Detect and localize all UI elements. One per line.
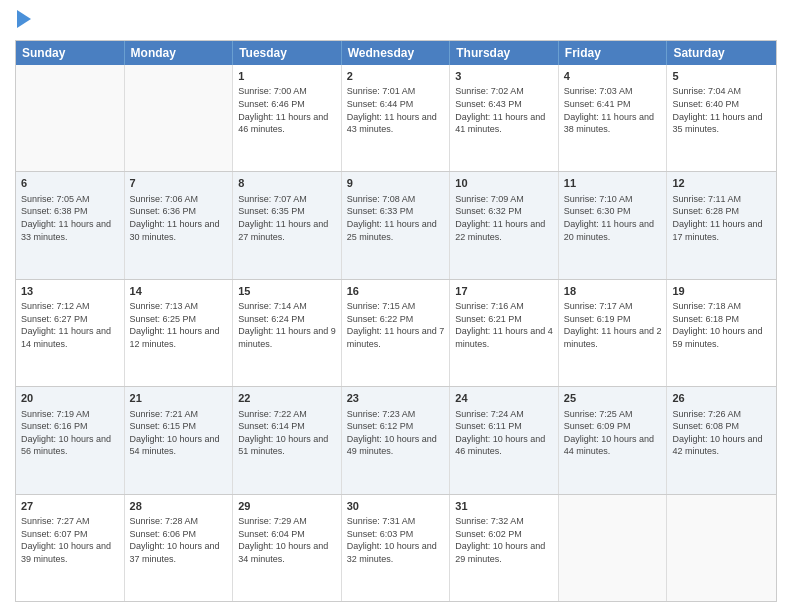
calendar-cell: 31Sunrise: 7:32 AM Sunset: 6:02 PM Dayli… [450, 495, 559, 601]
calendar-cell: 25Sunrise: 7:25 AM Sunset: 6:09 PM Dayli… [559, 387, 668, 493]
day-number: 9 [347, 176, 445, 191]
calendar-cell: 20Sunrise: 7:19 AM Sunset: 6:16 PM Dayli… [16, 387, 125, 493]
day-number: 23 [347, 391, 445, 406]
day-number: 25 [564, 391, 662, 406]
calendar-cell: 10Sunrise: 7:09 AM Sunset: 6:32 PM Dayli… [450, 172, 559, 278]
day-of-week-header: Sunday [16, 41, 125, 65]
cell-detail: Sunrise: 7:02 AM Sunset: 6:43 PM Dayligh… [455, 85, 553, 135]
day-number: 4 [564, 69, 662, 84]
day-number: 6 [21, 176, 119, 191]
day-number: 26 [672, 391, 771, 406]
cell-detail: Sunrise: 7:19 AM Sunset: 6:16 PM Dayligh… [21, 408, 119, 458]
logo-arrow-icon [17, 10, 31, 28]
day-number: 30 [347, 499, 445, 514]
day-number: 21 [130, 391, 228, 406]
day-number: 28 [130, 499, 228, 514]
calendar-cell: 14Sunrise: 7:13 AM Sunset: 6:25 PM Dayli… [125, 280, 234, 386]
calendar-cell: 29Sunrise: 7:29 AM Sunset: 6:04 PM Dayli… [233, 495, 342, 601]
calendar-cell: 21Sunrise: 7:21 AM Sunset: 6:15 PM Dayli… [125, 387, 234, 493]
cell-detail: Sunrise: 7:15 AM Sunset: 6:22 PM Dayligh… [347, 300, 445, 350]
day-number: 2 [347, 69, 445, 84]
day-number: 12 [672, 176, 771, 191]
day-of-week-header: Saturday [667, 41, 776, 65]
cell-detail: Sunrise: 7:04 AM Sunset: 6:40 PM Dayligh… [672, 85, 771, 135]
calendar-cell: 30Sunrise: 7:31 AM Sunset: 6:03 PM Dayli… [342, 495, 451, 601]
day-number: 22 [238, 391, 336, 406]
calendar-cell [667, 495, 776, 601]
cell-detail: Sunrise: 7:08 AM Sunset: 6:33 PM Dayligh… [347, 193, 445, 243]
calendar-header: SundayMondayTuesdayWednesdayThursdayFrid… [16, 41, 776, 65]
day-of-week-header: Monday [125, 41, 234, 65]
day-number: 10 [455, 176, 553, 191]
day-number: 31 [455, 499, 553, 514]
cell-detail: Sunrise: 7:29 AM Sunset: 6:04 PM Dayligh… [238, 515, 336, 565]
logo-text [15, 10, 31, 32]
day-number: 17 [455, 284, 553, 299]
calendar-cell: 23Sunrise: 7:23 AM Sunset: 6:12 PM Dayli… [342, 387, 451, 493]
day-number: 16 [347, 284, 445, 299]
cell-detail: Sunrise: 7:25 AM Sunset: 6:09 PM Dayligh… [564, 408, 662, 458]
day-number: 1 [238, 69, 336, 84]
cell-detail: Sunrise: 7:10 AM Sunset: 6:30 PM Dayligh… [564, 193, 662, 243]
calendar-cell: 19Sunrise: 7:18 AM Sunset: 6:18 PM Dayli… [667, 280, 776, 386]
cell-detail: Sunrise: 7:21 AM Sunset: 6:15 PM Dayligh… [130, 408, 228, 458]
calendar-cell: 16Sunrise: 7:15 AM Sunset: 6:22 PM Dayli… [342, 280, 451, 386]
calendar-cell [16, 65, 125, 171]
cell-detail: Sunrise: 7:07 AM Sunset: 6:35 PM Dayligh… [238, 193, 336, 243]
day-number: 3 [455, 69, 553, 84]
cell-detail: Sunrise: 7:11 AM Sunset: 6:28 PM Dayligh… [672, 193, 771, 243]
cell-detail: Sunrise: 7:17 AM Sunset: 6:19 PM Dayligh… [564, 300, 662, 350]
calendar-cell: 6Sunrise: 7:05 AM Sunset: 6:38 PM Daylig… [16, 172, 125, 278]
cell-detail: Sunrise: 7:16 AM Sunset: 6:21 PM Dayligh… [455, 300, 553, 350]
calendar-cell: 28Sunrise: 7:28 AM Sunset: 6:06 PM Dayli… [125, 495, 234, 601]
cell-detail: Sunrise: 7:13 AM Sunset: 6:25 PM Dayligh… [130, 300, 228, 350]
cell-detail: Sunrise: 7:31 AM Sunset: 6:03 PM Dayligh… [347, 515, 445, 565]
calendar-cell: 3Sunrise: 7:02 AM Sunset: 6:43 PM Daylig… [450, 65, 559, 171]
logo [15, 10, 31, 32]
page: SundayMondayTuesdayWednesdayThursdayFrid… [0, 0, 792, 612]
cell-detail: Sunrise: 7:23 AM Sunset: 6:12 PM Dayligh… [347, 408, 445, 458]
calendar-cell: 5Sunrise: 7:04 AM Sunset: 6:40 PM Daylig… [667, 65, 776, 171]
calendar-cell: 27Sunrise: 7:27 AM Sunset: 6:07 PM Dayli… [16, 495, 125, 601]
cell-detail: Sunrise: 7:14 AM Sunset: 6:24 PM Dayligh… [238, 300, 336, 350]
day-number: 11 [564, 176, 662, 191]
calendar-cell: 7Sunrise: 7:06 AM Sunset: 6:36 PM Daylig… [125, 172, 234, 278]
day-number: 24 [455, 391, 553, 406]
cell-detail: Sunrise: 7:05 AM Sunset: 6:38 PM Dayligh… [21, 193, 119, 243]
cell-detail: Sunrise: 7:26 AM Sunset: 6:08 PM Dayligh… [672, 408, 771, 458]
calendar-cell: 24Sunrise: 7:24 AM Sunset: 6:11 PM Dayli… [450, 387, 559, 493]
cell-detail: Sunrise: 7:27 AM Sunset: 6:07 PM Dayligh… [21, 515, 119, 565]
calendar-row: 27Sunrise: 7:27 AM Sunset: 6:07 PM Dayli… [16, 494, 776, 601]
calendar-cell: 18Sunrise: 7:17 AM Sunset: 6:19 PM Dayli… [559, 280, 668, 386]
cell-detail: Sunrise: 7:01 AM Sunset: 6:44 PM Dayligh… [347, 85, 445, 135]
calendar-body: 1Sunrise: 7:00 AM Sunset: 6:46 PM Daylig… [16, 65, 776, 601]
cell-detail: Sunrise: 7:03 AM Sunset: 6:41 PM Dayligh… [564, 85, 662, 135]
calendar-cell: 12Sunrise: 7:11 AM Sunset: 6:28 PM Dayli… [667, 172, 776, 278]
calendar-row: 1Sunrise: 7:00 AM Sunset: 6:46 PM Daylig… [16, 65, 776, 171]
day-of-week-header: Wednesday [342, 41, 451, 65]
day-number: 29 [238, 499, 336, 514]
day-number: 19 [672, 284, 771, 299]
calendar-row: 20Sunrise: 7:19 AM Sunset: 6:16 PM Dayli… [16, 386, 776, 493]
calendar-cell: 15Sunrise: 7:14 AM Sunset: 6:24 PM Dayli… [233, 280, 342, 386]
calendar-cell: 9Sunrise: 7:08 AM Sunset: 6:33 PM Daylig… [342, 172, 451, 278]
header [15, 10, 777, 32]
day-of-week-header: Tuesday [233, 41, 342, 65]
cell-detail: Sunrise: 7:06 AM Sunset: 6:36 PM Dayligh… [130, 193, 228, 243]
day-of-week-header: Thursday [450, 41, 559, 65]
cell-detail: Sunrise: 7:12 AM Sunset: 6:27 PM Dayligh… [21, 300, 119, 350]
calendar-cell: 11Sunrise: 7:10 AM Sunset: 6:30 PM Dayli… [559, 172, 668, 278]
calendar-cell: 4Sunrise: 7:03 AM Sunset: 6:41 PM Daylig… [559, 65, 668, 171]
day-of-week-header: Friday [559, 41, 668, 65]
cell-detail: Sunrise: 7:00 AM Sunset: 6:46 PM Dayligh… [238, 85, 336, 135]
day-number: 18 [564, 284, 662, 299]
calendar-cell: 2Sunrise: 7:01 AM Sunset: 6:44 PM Daylig… [342, 65, 451, 171]
cell-detail: Sunrise: 7:09 AM Sunset: 6:32 PM Dayligh… [455, 193, 553, 243]
calendar-cell [125, 65, 234, 171]
calendar-cell: 26Sunrise: 7:26 AM Sunset: 6:08 PM Dayli… [667, 387, 776, 493]
day-number: 8 [238, 176, 336, 191]
cell-detail: Sunrise: 7:22 AM Sunset: 6:14 PM Dayligh… [238, 408, 336, 458]
day-number: 13 [21, 284, 119, 299]
day-number: 27 [21, 499, 119, 514]
cell-detail: Sunrise: 7:24 AM Sunset: 6:11 PM Dayligh… [455, 408, 553, 458]
